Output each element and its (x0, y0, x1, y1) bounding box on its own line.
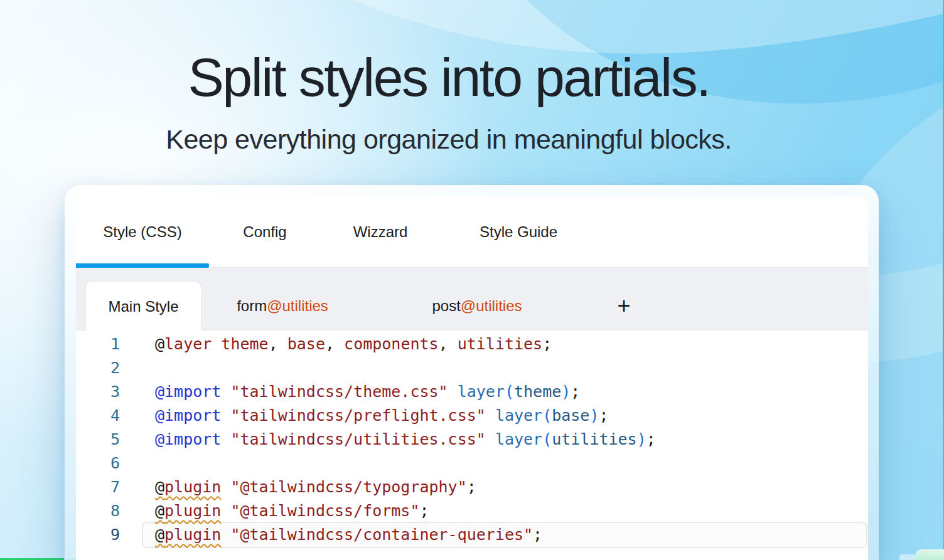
code-token: components (344, 335, 439, 353)
code-token: @import (155, 430, 221, 448)
code-token: layer (495, 430, 542, 448)
file-tab-label: Main Style (108, 298, 178, 315)
code-token (221, 430, 230, 448)
code-token (221, 406, 230, 425)
tab-style-css[interactable]: Style (CSS) (76, 196, 209, 267)
page-subtitle: Keep everything organized in meaningful … (0, 124, 898, 155)
code-token: "tailwindcss/utilities.css" (230, 430, 485, 448)
code-token (221, 478, 230, 496)
code-token: ; (599, 406, 608, 425)
code-token: layer (495, 406, 542, 425)
code-text: @plugin "@tailwindcss/forms"; (120, 499, 429, 523)
code-token: layer (458, 383, 505, 401)
code-editor[interactable]: 1@layer theme, base, components, utiliti… (76, 330, 868, 559)
code-token: @ (155, 502, 164, 520)
code-token: , (269, 335, 287, 353)
code-line[interactable]: 3@import "tailwindcss/theme.css" layer(t… (76, 380, 868, 404)
code-text: @plugin "@tailwindcss/typography"; (120, 475, 476, 499)
code-token: @ (155, 335, 164, 353)
editor-card-frame: Style (CSS)ConfigWizzardStyle Guide Main… (65, 185, 879, 560)
green-bottom-right-corner (915, 549, 944, 560)
tab-label: Config (243, 223, 286, 241)
code-line[interactable]: 4@import "tailwindcss/preflight.css" lay… (76, 404, 868, 428)
tab-label: Style Guide (480, 223, 557, 241)
code-token: , (439, 335, 458, 353)
code-token: utilities (552, 430, 636, 448)
tab-label: Style (CSS) (103, 223, 181, 241)
main-tab-bar: Style (CSS)ConfigWizzardStyle Guide (76, 196, 868, 268)
file-tab-post-utilities[interactable]: post @utilities (417, 281, 537, 331)
page-title: Split styles into partials. (0, 49, 898, 105)
code-line[interactable]: 2 (76, 356, 868, 380)
code-token: ( (542, 406, 552, 425)
code-token: "tailwindcss/preflight.css" (230, 406, 485, 425)
code-token: utilities (458, 335, 542, 353)
line-number: 7 (76, 475, 120, 499)
tab-wizzard[interactable]: Wizzard (321, 196, 440, 267)
line-number: 2 (76, 356, 120, 380)
tab-label: Wizzard (353, 223, 408, 241)
code-token: ) (589, 406, 599, 425)
code-token: ( (505, 383, 514, 401)
code-token: , (325, 335, 344, 353)
line-number: 4 (76, 404, 120, 428)
code-token: "tailwindcss/theme.css" (230, 383, 448, 401)
code-text (120, 356, 155, 380)
code-token: "@tailwindcss/forms" (230, 502, 419, 520)
line-number: 9 (76, 523, 120, 547)
code-token: base (287, 335, 325, 353)
add-tab-button[interactable]: + (605, 281, 643, 331)
tab-style-guide[interactable]: Style Guide (440, 196, 597, 267)
code-token: "@tailwindcss/container-queries" (230, 526, 533, 544)
tab-config[interactable]: Config (209, 196, 321, 267)
code-token: ; (646, 430, 656, 448)
code-text: @import "tailwindcss/utilities.css" laye… (120, 428, 656, 452)
file-tab-form-utilities[interactable]: form @utilities (223, 281, 342, 331)
code-token: @ (155, 526, 164, 544)
code-token (221, 526, 230, 544)
code-token: @import (155, 406, 221, 425)
code-text: @import "tailwindcss/preflight.css" laye… (120, 404, 609, 428)
code-token: ; (571, 383, 580, 401)
code-token: ) (561, 383, 571, 401)
code-text: @layer theme, base, components, utilitie… (120, 332, 552, 356)
code-text (120, 452, 155, 475)
code-text: @import "tailwindcss/theme.css" layer(th… (120, 380, 580, 404)
code-token: layer theme (164, 335, 269, 353)
code-token (486, 430, 495, 448)
code-text: @plugin "@tailwindcss/container-queries"… (120, 523, 542, 547)
editor-card: Style (CSS)ConfigWizzardStyle Guide Main… (76, 196, 868, 560)
code-token: "@tailwindcss/typography" (230, 478, 466, 496)
code-line[interactable]: 5@import "tailwindcss/utilities.css" lay… (76, 428, 868, 452)
file-tab-label-accent: @utilities (461, 297, 522, 315)
code-token (221, 383, 230, 401)
code-token (486, 406, 495, 425)
code-token: @ (155, 478, 164, 496)
code-token: ; (419, 502, 429, 520)
code-token: ; (533, 526, 542, 544)
page: Split styles into partials. Keep everyth… (0, 0, 944, 560)
blue-bottom-right-corner (899, 554, 915, 560)
code-token: base (552, 406, 589, 425)
code-token: ; (542, 335, 552, 353)
line-number: 8 (76, 499, 120, 523)
code-line[interactable]: 1@layer theme, base, components, utiliti… (76, 332, 868, 356)
file-tab-label: post (432, 297, 460, 315)
code-line[interactable]: 8@plugin "@tailwindcss/forms"; (76, 499, 868, 523)
file-tab-label-accent: @utilities (267, 297, 328, 315)
code-token: @import (155, 383, 221, 401)
code-line[interactable]: 9@plugin "@tailwindcss/container-queries… (76, 523, 868, 547)
line-number: 6 (76, 452, 120, 475)
file-tab-bar: Main Styleform @utilitiespost @utilities… (76, 268, 868, 330)
code-token (221, 502, 230, 520)
line-number: 1 (76, 332, 120, 356)
code-token: theme (514, 383, 561, 401)
code-token: plugin (164, 478, 221, 496)
code-token: ) (637, 430, 646, 448)
line-number: 5 (76, 428, 120, 452)
code-token: ( (542, 430, 552, 448)
file-tab-label: form (237, 297, 267, 315)
code-line[interactable]: 6 (76, 452, 868, 475)
file-tab-main-style[interactable]: Main Style (85, 281, 201, 332)
code-line[interactable]: 7@plugin "@tailwindcss/typography"; (76, 475, 868, 499)
